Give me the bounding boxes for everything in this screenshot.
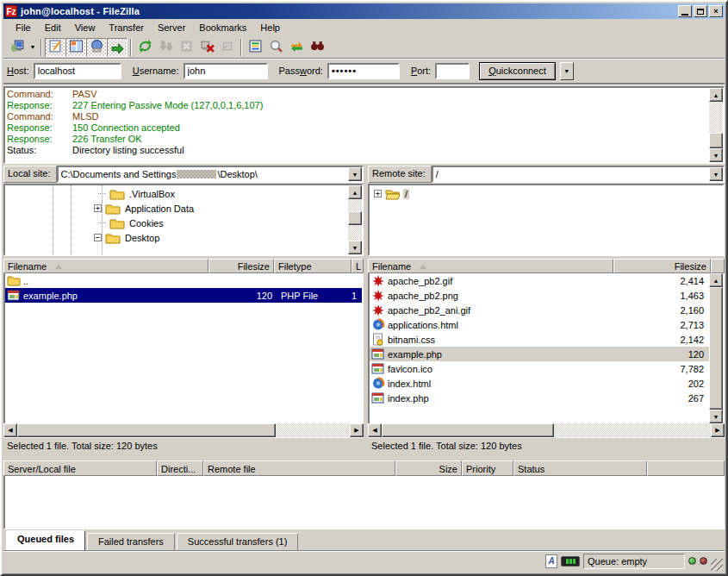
- column-filesize[interactable]: Filesize: [208, 259, 274, 273]
- column-priority[interactable]: Priority: [462, 460, 513, 476]
- refresh-button[interactable]: [134, 38, 155, 57]
- toggle-queue-button[interactable]: [107, 38, 128, 57]
- file-row-selected[interactable]: example.php 120: [370, 347, 709, 361]
- file-row[interactable]: ..: [5, 273, 362, 288]
- quickconnect-button[interactable]: Quickconnect: [479, 62, 556, 80]
- quickconnect-dropdown[interactable]: ▼: [560, 62, 574, 80]
- tree-item[interactable]: + Application Data: [5, 201, 348, 216]
- scroll-left-icon[interactable]: ◀: [3, 423, 17, 437]
- site-manager-dropdown[interactable]: ▼: [28, 38, 38, 57]
- file-row[interactable]: apache_pb2_ani.gif 2,160: [370, 303, 709, 317]
- local-file-list[interactable]: .. example.php 120 PHP File 1: [3, 273, 364, 423]
- tab-successful-transfers[interactable]: Successful transfers (1): [177, 533, 299, 550]
- chevron-down-icon[interactable]: ▼: [348, 167, 362, 181]
- tree-item[interactable]: + /: [370, 186, 723, 201]
- column-filename[interactable]: Filename: [368, 259, 613, 273]
- file-row[interactable]: favicon.ico 7,782: [370, 361, 709, 376]
- filezilla-logo-icon: Fz: [5, 5, 17, 17]
- disconnect-button[interactable]: [196, 38, 217, 57]
- toggle-remote-tree-button[interactable]: [86, 38, 107, 57]
- scroll-down-icon[interactable]: ▼: [709, 410, 723, 423]
- column-lastmodified[interactable]: L: [352, 259, 364, 273]
- scrollbar-thumb[interactable]: [709, 133, 723, 148]
- local-hscrollbar[interactable]: ◀ ▶: [3, 423, 364, 437]
- toggle-local-tree-button[interactable]: [65, 38, 86, 57]
- local-tree-body[interactable]: .VirtualBox + Application Data Cookies −: [5, 185, 348, 254]
- tree-item[interactable]: .VirtualBox: [5, 186, 348, 201]
- find-files-button[interactable]: [307, 38, 327, 57]
- close-button[interactable]: ×: [709, 5, 723, 17]
- resize-grip[interactable]: [711, 559, 723, 571]
- scrollbar-thumb[interactable]: [348, 211, 362, 225]
- menu-view[interactable]: View: [68, 21, 103, 34]
- column-size[interactable]: Size: [395, 460, 462, 476]
- remote-site-combo[interactable]: / ▼: [432, 166, 725, 183]
- expand-plus-icon[interactable]: +: [374, 190, 382, 197]
- php-file-icon: [371, 391, 385, 404]
- column-filesize[interactable]: Filesize: [613, 259, 711, 273]
- log-scrollbar[interactable]: ▲ ▼: [709, 88, 723, 162]
- scroll-down-icon[interactable]: ▼: [348, 241, 362, 254]
- file-row[interactable]: applications.html 2,713: [370, 317, 709, 332]
- synchronized-browsing-button[interactable]: [286, 38, 307, 57]
- horizontal-splitter[interactable]: [3, 454, 725, 460]
- scrollbar-thumb[interactable]: [382, 423, 554, 437]
- remote-list-scrollbar[interactable]: ▲ ▼: [709, 273, 723, 423]
- menu-bookmarks[interactable]: Bookmarks: [192, 21, 253, 34]
- username-input[interactable]: [184, 63, 268, 79]
- scroll-right-icon[interactable]: ▶: [711, 423, 725, 437]
- column-server-local-file[interactable]: Server/Local file: [3, 460, 157, 476]
- queue-body[interactable]: [3, 476, 725, 529]
- site-manager-button[interactable]: [7, 38, 28, 57]
- tab-failed-transfers[interactable]: Failed transfers: [87, 533, 175, 550]
- toggle-message-log-button[interactable]: [45, 38, 65, 57]
- scroll-right-icon[interactable]: ▶: [350, 423, 364, 437]
- port-input[interactable]: [435, 63, 470, 79]
- directory-comparison-button[interactable]: [265, 38, 286, 57]
- filter-button[interactable]: [245, 38, 265, 57]
- column-filename[interactable]: Filename: [3, 259, 208, 273]
- menu-edit[interactable]: Edit: [38, 21, 68, 34]
- host-input[interactable]: [34, 63, 121, 79]
- maximize-button[interactable]: [694, 5, 707, 17]
- column-filetype[interactable]: Filetype: [274, 259, 352, 273]
- file-row[interactable]: apache_pb2.png 1,463: [370, 288, 709, 303]
- scroll-up-icon[interactable]: ▲: [709, 273, 723, 287]
- tab-queued-files[interactable]: Queued files: [6, 530, 85, 550]
- file-row[interactable]: apache_pb2.gif 2,414: [370, 273, 709, 288]
- password-input[interactable]: [327, 63, 400, 79]
- file-row-selected[interactable]: example.php 120 PHP File 1: [5, 288, 362, 303]
- tree-item[interactable]: − Desktop: [5, 230, 348, 245]
- remote-file-list[interactable]: apache_pb2.gif 2,414 apache_pb2.png 1,46…: [368, 273, 725, 423]
- column-direction[interactable]: Directi...: [157, 460, 203, 476]
- scrollbar-thumb[interactable]: [709, 287, 723, 410]
- expand-plus-icon[interactable]: +: [94, 204, 102, 212]
- remote-path: /: [436, 169, 439, 179]
- scrollbar-thumb[interactable]: [17, 423, 276, 437]
- scroll-left-icon[interactable]: ◀: [368, 423, 382, 437]
- scroll-down-icon[interactable]: ▼: [709, 148, 723, 162]
- collapse-minus-icon[interactable]: −: [94, 234, 102, 241]
- menu-help[interactable]: Help: [253, 21, 287, 34]
- tree-item[interactable]: Cookies: [5, 216, 348, 230]
- scroll-up-icon[interactable]: ▲: [709, 88, 723, 102]
- process-queue-button[interactable]: [155, 38, 176, 57]
- file-row[interactable]: index.html 202: [370, 376, 709, 391]
- cancel-button[interactable]: [176, 38, 196, 57]
- remote-tree-body[interactable]: + /: [370, 185, 723, 254]
- column-remote-file[interactable]: Remote file: [203, 460, 395, 476]
- menu-file[interactable]: File: [9, 21, 38, 34]
- scroll-up-icon[interactable]: ▲: [348, 185, 362, 199]
- file-row[interactable]: index.php 267: [370, 391, 709, 405]
- title-bar[interactable]: Fz john@localhost - FileZilla ×: [3, 3, 725, 19]
- local-site-combo[interactable]: C:\Documents and Settings\Desktop\ ▼: [57, 166, 364, 183]
- column-status[interactable]: Status: [513, 460, 647, 476]
- minimize-button[interactable]: [678, 5, 692, 17]
- menu-transfer[interactable]: Transfer: [102, 21, 151, 34]
- remote-hscrollbar[interactable]: ◀ ▶: [368, 423, 725, 437]
- chevron-down-icon[interactable]: ▼: [709, 167, 723, 181]
- menu-server[interactable]: Server: [151, 21, 192, 34]
- file-row[interactable]: bitnami.css 2,142: [370, 332, 709, 347]
- local-tree-scrollbar[interactable]: ▲ ▼: [348, 185, 362, 254]
- reconnect-button[interactable]: [217, 38, 238, 57]
